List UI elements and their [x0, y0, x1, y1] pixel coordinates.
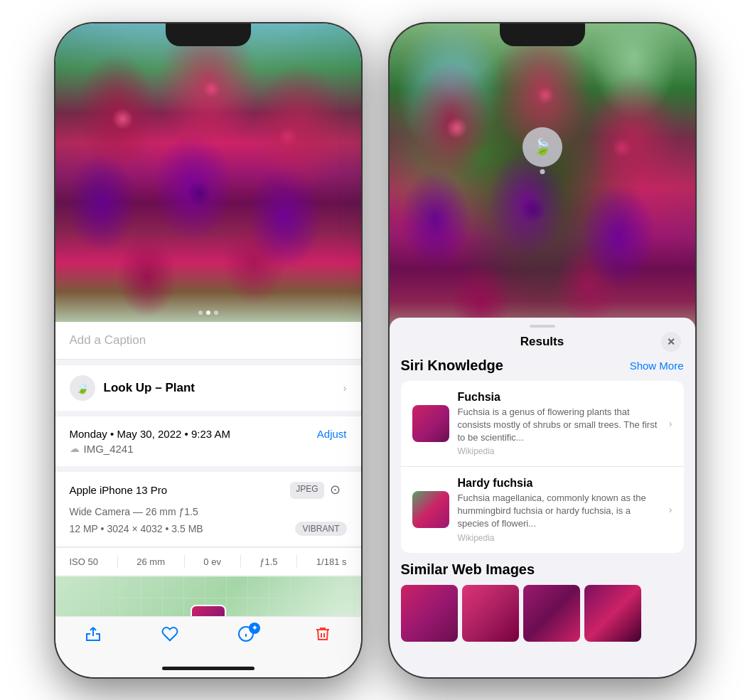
caption-area[interactable]: Add a Caption — [55, 322, 361, 360]
lookup-icon: 🍃 — [70, 375, 95, 401]
show-more-button[interactable]: Show More — [630, 360, 684, 372]
hardy-thumbnail — [412, 491, 449, 528]
caption-placeholder: Add a Caption — [70, 333, 146, 347]
lookup-row[interactable]: 🍃 Look Up – Plant › — [55, 365, 361, 411]
dot — [198, 311, 203, 315]
siri-leaf-icon: 🍃 — [532, 138, 552, 156]
right-phone: 🍃 Results ✕ Siri Know — [390, 23, 695, 677]
info-panel: Add a Caption 🍃 Look Up – Plant › Monday… — [55, 322, 361, 616]
toolbar: ✦ — [55, 616, 361, 664]
exif-ev: 0 ev — [203, 555, 221, 568]
format-badge: JPEG — [290, 482, 323, 499]
dot — [214, 311, 218, 315]
style-badge: VIBRANT — [295, 522, 346, 536]
similar-image-4[interactable] — [584, 585, 641, 642]
similar-image-3[interactable] — [523, 585, 580, 642]
siri-section-title: Siri Knowledge — [401, 357, 503, 374]
lookup-label: Look Up – Plant — [104, 381, 195, 395]
fuchsia-text: Fuchsia Fuchsia is a genus of flowering … — [458, 391, 660, 457]
exif-row: ISO 50 26 mm 0 ev ƒ1.5 1/181 s — [55, 547, 361, 575]
similar-image-1[interactable] — [401, 585, 458, 642]
favorite-button[interactable] — [161, 625, 178, 642]
exif-iso: ISO 50 — [70, 555, 98, 568]
dimensions-text: 12 MP • 3024 × 4032 • 3.5 MB — [70, 523, 203, 534]
fuchsia-thumbnail — [412, 405, 449, 442]
exif-shutter: 1/181 s — [316, 555, 347, 568]
device-section: Apple iPhone 13 Pro JPEG ⊙ Wide Camera —… — [55, 472, 361, 546]
results-close-button[interactable]: ✕ — [661, 332, 681, 352]
hardy-text: Hardy fuchsia Fuchsia magellanica, commo… — [458, 477, 660, 543]
date-section: Monday • May 30, 2022 • 9:23 AM Adjust ☁… — [55, 416, 361, 466]
fuchsia-source: Wikipedia — [458, 446, 660, 456]
map-thumbnail — [191, 605, 226, 616]
similar-image-2[interactable] — [462, 585, 519, 642]
lookup-chevron-icon: › — [343, 382, 347, 394]
date-text: Monday • May 30, 2022 • 9:23 AM — [70, 428, 230, 440]
results-title: Results — [520, 335, 564, 349]
similar-section: Similar Web Images — [401, 561, 684, 642]
knowledge-item-fuchsia[interactable]: Fuchsia Fuchsia is a genus of flowering … — [401, 381, 684, 467]
exif-aperture: ƒ1.5 — [259, 555, 277, 568]
fuchsia-description: Fuchsia is a genus of flowering plants t… — [458, 406, 660, 445]
notch-right — [500, 23, 585, 46]
delete-button[interactable] — [314, 625, 331, 642]
adjust-button[interactable]: Adjust — [317, 428, 347, 440]
flower-image — [55, 23, 361, 322]
image-indicator — [198, 311, 218, 315]
similar-images-row — [401, 585, 684, 642]
siri-dot — [540, 169, 545, 174]
siri-knowledge-section: Siri Knowledge Show More Fuchsia Fuchsia… — [401, 357, 684, 553]
hardy-chevron-icon: › — [669, 504, 673, 515]
fuchsia-name: Fuchsia — [458, 391, 660, 404]
hardy-description: Fuchsia magellanica, commonly known as t… — [458, 492, 660, 531]
camera-icon: ⊙ — [330, 482, 347, 499]
siri-visual-badge: 🍃 — [523, 127, 562, 167]
results-panel: Results ✕ Siri Knowledge Show More — [390, 318, 695, 677]
drag-handle — [390, 318, 695, 332]
results-content: Siri Knowledge Show More Fuchsia Fuchsia… — [390, 357, 695, 677]
filename: IMG_4241 — [84, 443, 134, 455]
camera-spec: Wide Camera — 26 mm ƒ1.5 — [70, 506, 347, 517]
info-badge: ✦ — [249, 623, 260, 634]
knowledge-item-hardy[interactable]: Hardy fuchsia Fuchsia magellanica, commo… — [401, 466, 684, 553]
results-header: Results ✕ — [390, 332, 695, 357]
cloud-icon: ☁ — [70, 443, 80, 454]
notch — [166, 23, 251, 46]
info-button[interactable]: ✦ — [237, 625, 255, 642]
hardy-name: Hardy fuchsia — [458, 477, 660, 490]
similar-section-title: Similar Web Images — [401, 561, 535, 578]
hardy-source: Wikipedia — [458, 533, 660, 543]
exif-focal: 26 mm — [136, 555, 165, 568]
share-button[interactable] — [85, 625, 102, 642]
map-section[interactable] — [55, 576, 361, 616]
right-flower-image: 🍃 — [390, 23, 695, 350]
home-bar — [55, 664, 361, 677]
dot-active — [206, 311, 210, 315]
left-phone: Add a Caption 🍃 Look Up – Plant › Monday… — [55, 23, 361, 677]
knowledge-card: Fuchsia Fuchsia is a genus of flowering … — [401, 381, 684, 553]
fuchsia-chevron-icon: › — [669, 418, 673, 429]
device-name: Apple iPhone 13 Pro — [70, 484, 168, 496]
